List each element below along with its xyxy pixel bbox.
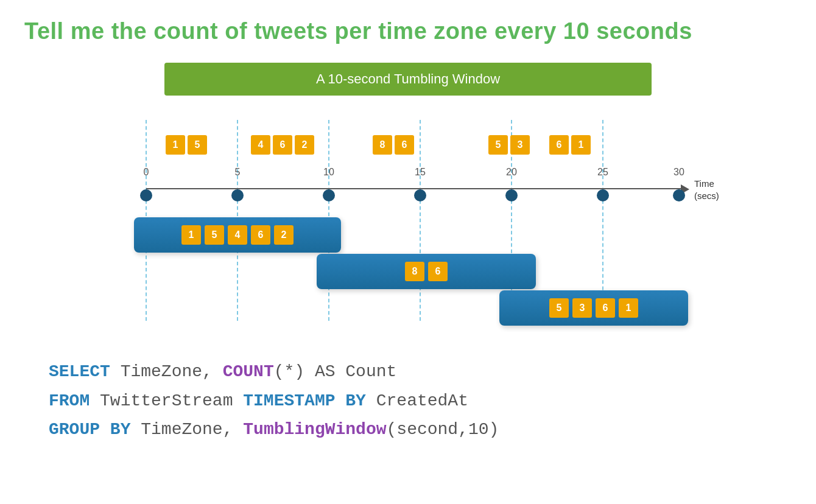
- window-banner: A 10-second Tumbling Window: [164, 63, 652, 96]
- sql-line1-text1: TimeZone,: [110, 362, 223, 381]
- orange-box-8: 5: [488, 135, 508, 155]
- tick-label-0: 0: [144, 167, 149, 178]
- w1-box-3: 4: [228, 225, 247, 245]
- orange-box-2: 5: [188, 135, 207, 155]
- orange-box-11: 1: [571, 135, 591, 155]
- tick-20: [505, 189, 518, 201]
- orange-box-5: 2: [295, 135, 314, 155]
- timeline-label: Time(secs): [694, 178, 719, 201]
- w3-box-2: 3: [572, 298, 592, 318]
- orange-box-4: 6: [273, 135, 292, 155]
- w3-box-3: 6: [596, 298, 615, 318]
- sql-line3-text1: [100, 420, 110, 439]
- sql-line3-text3: (second,10): [387, 420, 499, 439]
- window-bar-1: 1 5 4 6 2: [134, 217, 341, 253]
- orange-box-9: 3: [510, 135, 530, 155]
- sql-area: SELECT TimeZone, COUNT(*) AS Count FROM …: [24, 351, 792, 450]
- sql-by-1: BY: [345, 391, 366, 410]
- sql-line-2: FROM TwitterStream TIMESTAMP BY CreatedA…: [49, 387, 767, 416]
- dashed-line-30: [420, 120, 421, 321]
- orange-box-6: 8: [373, 135, 392, 155]
- sql-line2-text3: CreatedAt: [366, 391, 468, 410]
- sql-line3-text2: TimeZone,: [130, 420, 243, 439]
- tick-label-20: 20: [506, 167, 517, 178]
- window-bar-3: 5 3 6 1: [499, 290, 688, 326]
- tick-25: [597, 189, 609, 201]
- w3-box-4: 1: [619, 298, 638, 318]
- w1-box-4: 6: [251, 225, 270, 245]
- window-bar-2: 8 6: [317, 254, 536, 289]
- diagram-area: 1 5 4 6 2 8 6 5 3 6 1: [24, 114, 792, 345]
- sql-from: FROM: [49, 391, 90, 410]
- boxes-above-group1: 1 5: [164, 135, 208, 155]
- sql-line-1: SELECT TimeZone, COUNT(*) AS Count: [49, 357, 767, 387]
- tick-5: [231, 189, 244, 201]
- tick-label-15: 15: [415, 167, 426, 178]
- orange-box-10: 6: [549, 135, 569, 155]
- sql-line2-text1: TwitterStream: [90, 391, 243, 410]
- sql-count: COUNT: [223, 362, 274, 381]
- boxes-above-group4: 5 3: [487, 135, 531, 155]
- w1-box-5: 2: [274, 225, 294, 245]
- tick-0: [140, 189, 152, 201]
- w1-box-2: 5: [205, 225, 224, 245]
- sql-line-3: GROUP BY TimeZone, TumblingWindow(second…: [49, 415, 767, 444]
- sql-timestamp: TIMESTAMP: [243, 391, 335, 410]
- w2-box-1: 8: [405, 262, 424, 281]
- w1-box-1: 1: [181, 225, 201, 245]
- main-container: Tell me the count of tweets per time zon…: [0, 0, 816, 504]
- w3-box-1: 5: [549, 298, 569, 318]
- sql-select: SELECT: [49, 362, 110, 381]
- boxes-above-group3: 8 6: [371, 135, 415, 155]
- sql-group: GROUP: [49, 420, 100, 439]
- tick-10: [323, 189, 335, 201]
- tick-label-10: 10: [323, 167, 334, 178]
- tick-30: [673, 189, 685, 201]
- sql-tumbling: TumblingWindow: [243, 420, 386, 439]
- w2-box-2: 6: [428, 262, 448, 281]
- tick-label-30: 30: [674, 167, 684, 178]
- tick-15: [414, 189, 426, 201]
- orange-box-7: 6: [395, 135, 414, 155]
- sql-line2-text2: [336, 391, 346, 410]
- page-title: Tell me the count of tweets per time zon…: [24, 18, 792, 44]
- boxes-above-group2: 4 6 2: [250, 135, 315, 155]
- sql-by-2: BY: [110, 420, 131, 439]
- orange-box-3: 4: [251, 135, 270, 155]
- sql-line1-text2: (*) AS Count: [274, 362, 397, 381]
- tick-label-25: 25: [597, 167, 608, 178]
- boxes-above-group5: 6 1: [548, 135, 592, 155]
- orange-box-1: 1: [166, 135, 185, 155]
- tick-label-5: 5: [235, 167, 241, 178]
